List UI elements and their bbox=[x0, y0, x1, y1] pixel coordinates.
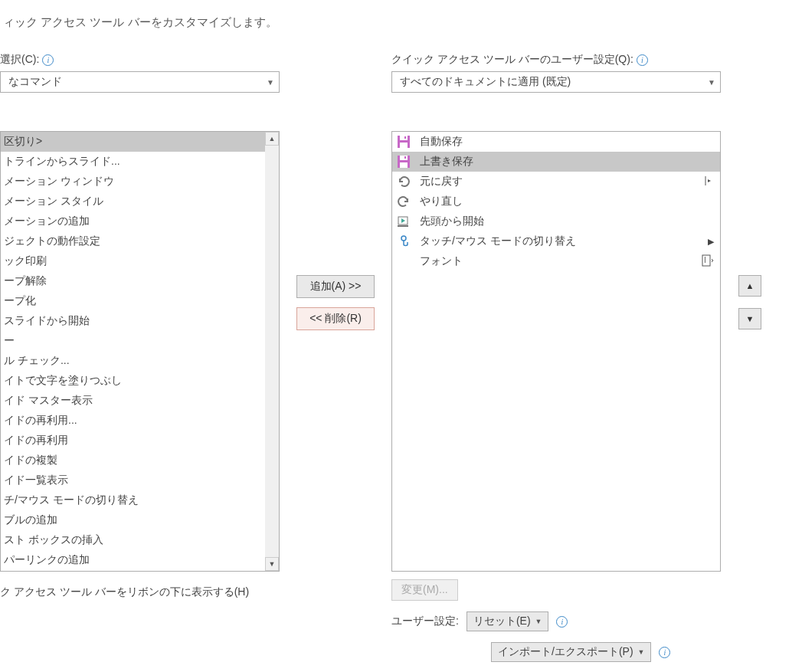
page-title: ィック アクセス ツール バーをカスタマイズします。 bbox=[0, 15, 794, 30]
list-item[interactable]: 先頭から開始 bbox=[392, 211, 720, 231]
info-icon[interactable]: i bbox=[637, 54, 648, 66]
list-item-label: メーションの追加 bbox=[4, 215, 268, 228]
commands-from-value: なコマンド bbox=[8, 75, 62, 89]
list-item-label: 自動保存 bbox=[420, 135, 714, 149]
apply-to-value: すべてのドキュメントに適用 (既定) bbox=[400, 75, 571, 89]
list-item-label: ル チェック... bbox=[4, 354, 274, 368]
list-item[interactable]: イド マスター表示 bbox=[1, 391, 279, 411]
list-item[interactable]: イドの複製 bbox=[1, 451, 279, 470]
remove-button[interactable]: << 削除(R) bbox=[296, 307, 375, 330]
undo-icon bbox=[395, 173, 412, 190]
svg-rect-8 bbox=[404, 156, 406, 159]
list-item[interactable]: ブルの追加▶ bbox=[1, 510, 279, 530]
list-item[interactable]: メーション ウィンドウ bbox=[1, 172, 279, 192]
info-icon[interactable]: i bbox=[659, 647, 670, 658]
reset-button-label: リセット(E) bbox=[473, 615, 531, 628]
reset-button[interactable]: リセット(E) ▼ bbox=[466, 611, 549, 631]
list-item[interactable]: チ/マウス モードの切り替え▶ bbox=[1, 490, 279, 510]
list-item[interactable]: やり直し bbox=[392, 192, 720, 211]
list-item[interactable]: 区切り> bbox=[1, 132, 279, 152]
scroll-down-button[interactable]: ▼ bbox=[265, 557, 279, 571]
blank-icon bbox=[395, 253, 412, 270]
list-item[interactable]: ック印刷 bbox=[1, 251, 279, 271]
list-item[interactable]: 元に戻す bbox=[392, 172, 720, 192]
list-item[interactable]: イドの再利用... bbox=[1, 411, 279, 431]
play-icon bbox=[395, 213, 412, 230]
info-icon[interactable]: i bbox=[42, 54, 54, 66]
list-item[interactable]: ジェクトの動作設定 bbox=[1, 231, 279, 251]
scroll-up-button[interactable]: ▲ bbox=[265, 132, 279, 146]
list-item[interactable]: スト ボックスの挿入 bbox=[1, 530, 279, 550]
list-item[interactable]: メーションの追加▶ bbox=[1, 211, 279, 231]
show-below-ribbon-checkbox-row[interactable]: ク アクセス ツール バーをリボンの下に表示する(H) bbox=[0, 585, 280, 599]
save-purple-icon bbox=[395, 133, 412, 150]
chevron-down-icon: ▼ bbox=[638, 648, 645, 656]
list-item[interactable]: タッチ/マウス モードの切り替え▶ bbox=[392, 231, 720, 251]
chevron-down-icon: ▼ bbox=[535, 618, 542, 625]
touch-icon bbox=[395, 233, 412, 250]
list-item[interactable]: パーリンクの追加 bbox=[1, 550, 279, 570]
list-item[interactable]: スライドから開始 bbox=[1, 311, 279, 331]
apply-to-dropdown[interactable]: すべてのドキュメントに適用 (既定) ▼ bbox=[391, 71, 721, 93]
commands-from-dropdown[interactable]: なコマンド ▼ bbox=[0, 71, 280, 93]
svg-rect-2 bbox=[400, 136, 408, 140]
customize-qat-label: クイック アクセス ツール バーのユーザー設定(Q): bbox=[391, 53, 633, 67]
list-item[interactable]: ープ解除 bbox=[1, 271, 279, 291]
svg-point-12 bbox=[401, 236, 406, 241]
list-item[interactable]: メーション スタイル▶ bbox=[1, 192, 279, 211]
info-icon[interactable]: i bbox=[556, 616, 568, 628]
modify-button: 変更(M)... bbox=[391, 579, 458, 601]
list-item-label: ープ解除 bbox=[4, 274, 274, 288]
save-purple-icon bbox=[395, 153, 412, 170]
list-item-label: タッチ/マウス モードの切り替え bbox=[420, 234, 708, 248]
list-item-label: イドの再利用 bbox=[4, 434, 274, 447]
list-item-label: パーリンクの追加 bbox=[4, 553, 274, 567]
remove-button-label: << 削除(R) bbox=[309, 312, 362, 326]
list-item[interactable]: フォントI bbox=[392, 251, 720, 271]
list-item[interactable]: イドの再利用 bbox=[1, 431, 279, 451]
list-item[interactable]: ント サイズ bbox=[1, 570, 279, 571]
add-button-label: 追加(A) >> bbox=[310, 280, 362, 293]
list-item-label: スライドから開始 bbox=[4, 314, 274, 328]
svg-rect-11 bbox=[398, 225, 408, 227]
available-commands-listbox[interactable]: 区切り>トラインからスライド...メーション ウィンドウメーション スタイル▶メ… bbox=[0, 131, 280, 572]
svg-rect-6 bbox=[400, 156, 408, 160]
list-item-label: メーション ウィンドウ bbox=[4, 175, 274, 188]
list-item[interactable]: 自動保存 bbox=[392, 132, 720, 152]
list-item-label: ブルの追加 bbox=[4, 513, 268, 527]
list-item[interactable]: ープ化 bbox=[1, 291, 279, 311]
list-item-label: イド マスター表示 bbox=[4, 394, 274, 408]
list-item-label: トラインからスライド... bbox=[4, 155, 274, 169]
chevron-down-icon: ▼ bbox=[267, 78, 274, 87]
list-item-label: ジェクトの動作設定 bbox=[4, 234, 274, 248]
list-item[interactable]: イド一覧表示 bbox=[1, 470, 279, 490]
import-export-button[interactable]: インポート/エクスポート(P) ▼ bbox=[491, 642, 651, 662]
list-item-label: イド一覧表示 bbox=[4, 474, 274, 487]
modify-button-label: 変更(M)... bbox=[401, 583, 448, 597]
list-item-label: ー bbox=[4, 334, 274, 348]
list-item[interactable]: ー bbox=[1, 331, 279, 351]
scrollbar[interactable]: ▲ ▼ bbox=[265, 132, 279, 571]
split-icon bbox=[703, 175, 714, 189]
user-settings-label: ユーザー設定: bbox=[391, 615, 459, 628]
svg-text:I: I bbox=[704, 256, 706, 264]
import-export-label: インポート/エクスポート(P) bbox=[498, 645, 633, 659]
list-item-label: イドの再利用... bbox=[4, 414, 274, 428]
svg-rect-7 bbox=[400, 162, 408, 168]
list-item-label: メーション スタイル bbox=[4, 195, 268, 208]
list-item[interactable]: ル チェック... bbox=[1, 351, 279, 371]
list-item-label: イトで文字を塗りつぶし bbox=[4, 374, 274, 388]
add-button[interactable]: 追加(A) >> bbox=[296, 275, 375, 298]
list-item[interactable]: 上書き保存 bbox=[392, 152, 720, 172]
current-qat-listbox[interactable]: 自動保存上書き保存元に戻すやり直し先頭から開始タッチ/マウス モードの切り替え▶… bbox=[391, 131, 721, 572]
scroll-track[interactable] bbox=[265, 146, 279, 557]
list-item-label: イドの複製 bbox=[4, 454, 274, 467]
move-down-button[interactable]: ▼ bbox=[738, 308, 761, 329]
commands-from-label: 選択(C): bbox=[0, 53, 39, 67]
list-item-label: 先頭から開始 bbox=[420, 215, 714, 228]
move-up-button[interactable]: ▲ bbox=[738, 275, 761, 297]
list-item-label: フォント bbox=[420, 254, 702, 268]
list-item[interactable]: イトで文字を塗りつぶし bbox=[1, 371, 279, 391]
list-item[interactable]: トラインからスライド... bbox=[1, 152, 279, 172]
show-below-ribbon-label: ク アクセス ツール バーをリボンの下に表示する(H) bbox=[0, 585, 249, 599]
